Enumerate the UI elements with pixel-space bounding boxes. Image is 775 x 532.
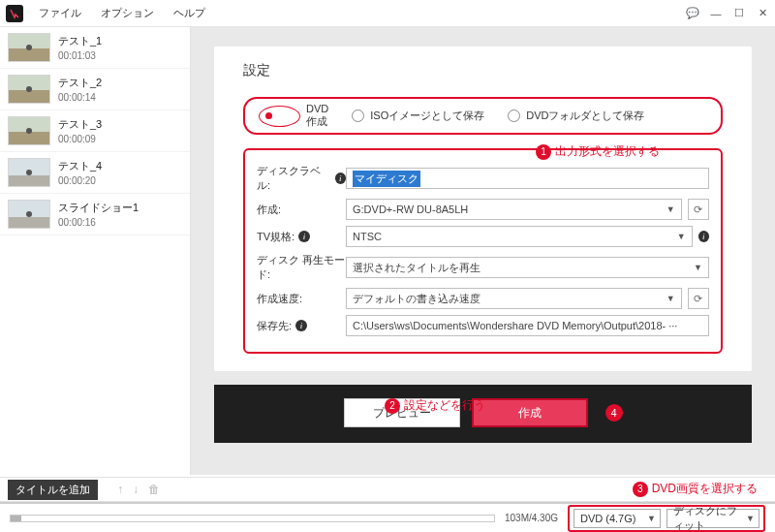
title-tools: ↑ ↓ 🗑 bbox=[117, 483, 160, 496]
menu-bar: ファイル オプション ヘルプ bbox=[31, 3, 213, 23]
item-duration: 00:00:16 bbox=[58, 217, 139, 228]
list-item[interactable]: スライドショー100:00:16 bbox=[0, 194, 190, 235]
callout-4-badge: 4 bbox=[605, 404, 623, 422]
title-list: テスト_100:01:03 テスト_200:00:14 テスト_300:00:0… bbox=[0, 27, 191, 475]
radio-iso[interactable]: ISOイメージとして保存 bbox=[352, 109, 484, 123]
label-create: 作成: bbox=[257, 203, 281, 217]
label-tv: TV規格: bbox=[257, 230, 294, 244]
item-name: テスト_1 bbox=[58, 34, 102, 48]
settings-title: 設定 bbox=[243, 62, 723, 79]
settings-form: ディスクラベル:iマイディスク 作成:G:DVD+-RW DU-8A5LH▼⟳ … bbox=[243, 148, 723, 354]
menu-option[interactable]: オプション bbox=[93, 3, 162, 23]
capacity-text: 103M/4.30G bbox=[505, 513, 558, 523]
item-duration: 00:01:03 bbox=[58, 50, 102, 61]
radio-icon bbox=[259, 106, 300, 127]
item-duration: 00:00:14 bbox=[58, 92, 102, 103]
item-name: スライドショー1 bbox=[58, 201, 139, 215]
item-name: テスト_2 bbox=[58, 76, 102, 90]
callout-2: 2設定などを行う bbox=[385, 397, 485, 414]
thumbnail bbox=[8, 75, 50, 104]
playmode-select[interactable]: 選択されたタイトルを再生▼ bbox=[346, 257, 709, 278]
list-item[interactable]: テスト_300:00:09 bbox=[0, 110, 190, 152]
fit-select[interactable]: ディスクにフィット▼ bbox=[666, 509, 760, 528]
radio-icon bbox=[352, 110, 364, 122]
dest-input[interactable]: C:\Users\ws\Documents\Wondershare DVD Me… bbox=[346, 315, 709, 336]
callout-3: 3DVD画質を選択する bbox=[633, 481, 758, 497]
main-area: テスト_100:01:03 テスト_200:00:14 テスト_300:00:0… bbox=[0, 27, 775, 475]
move-down-icon[interactable]: ↓ bbox=[133, 483, 139, 496]
info-icon[interactable]: i bbox=[298, 231, 310, 242]
speed-select[interactable]: デフォルトの書き込み速度▼ bbox=[346, 288, 682, 309]
add-title-button[interactable]: タイトルを追加 bbox=[8, 480, 98, 500]
list-item[interactable]: テスト_400:00:20 bbox=[0, 152, 190, 194]
close-button[interactable]: ✕ bbox=[756, 7, 769, 19]
disc-size-select[interactable]: DVD (4.7G)▼ bbox=[574, 509, 661, 528]
item-duration: 00:00:09 bbox=[58, 134, 102, 144]
toolbar-row: タイトルを追加 ↑ ↓ 🗑 3DVD画質を選択する bbox=[0, 477, 775, 502]
list-item[interactable]: テスト_100:01:03 bbox=[0, 27, 190, 69]
info-icon[interactable]: i bbox=[698, 231, 709, 242]
maximize-button[interactable]: ☐ bbox=[732, 7, 746, 19]
refresh-button[interactable]: ⟳ bbox=[688, 199, 709, 220]
item-name: テスト_4 bbox=[58, 159, 102, 173]
thumbnail bbox=[8, 116, 50, 145]
move-up-icon[interactable]: ↑ bbox=[117, 483, 123, 496]
label-disclabel: ディスクラベル: bbox=[257, 164, 331, 193]
disclabel-input[interactable]: マイディスク bbox=[346, 168, 709, 189]
radio-dvd[interactable]: DVD作成 bbox=[259, 103, 328, 129]
capacity-bar bbox=[10, 515, 495, 522]
menu-file[interactable]: ファイル bbox=[31, 3, 89, 23]
radio-folder[interactable]: DVDフォルダとして保存 bbox=[508, 109, 644, 123]
info-icon[interactable]: i bbox=[295, 320, 307, 331]
drive-select[interactable]: G:DVD+-RW DU-8A5LH▼ bbox=[346, 199, 682, 220]
quality-selects: DVD (4.7G)▼ ディスクにフィット▼ bbox=[568, 505, 765, 532]
thumbnail bbox=[8, 33, 50, 62]
item-name: テスト_3 bbox=[58, 117, 102, 132]
label-dest: 保存先: bbox=[257, 319, 292, 333]
window-controls: 💬 ― ☐ ✕ bbox=[686, 7, 769, 19]
output-format-group: DVD作成 ISOイメージとして保存 DVDフォルダとして保存 bbox=[243, 97, 723, 135]
titlebar: ファイル オプション ヘルプ 💬 ― ☐ ✕ bbox=[0, 0, 775, 27]
menu-help[interactable]: ヘルプ bbox=[166, 3, 213, 23]
app-logo bbox=[6, 5, 23, 22]
create-button[interactable]: 作成 bbox=[472, 398, 588, 427]
radio-icon bbox=[508, 110, 520, 122]
content-area: 設定 1出力形式を選択する DVD作成 ISOイメージとして保存 DVDフォルダ… bbox=[191, 27, 775, 475]
tv-select[interactable]: NTSC▼ bbox=[346, 226, 693, 247]
minimize-button[interactable]: ― bbox=[709, 8, 723, 19]
thumbnail bbox=[8, 200, 50, 229]
label-play: ディスク 再生モード: bbox=[257, 253, 346, 282]
action-bar: プレビュー 作成 4 bbox=[214, 385, 752, 443]
refresh-button[interactable]: ⟳ bbox=[688, 288, 709, 309]
status-bar: 103M/4.30G DVD (4.7G)▼ ディスクにフィット▼ bbox=[0, 502, 775, 532]
label-speed: 作成速度: bbox=[257, 292, 302, 306]
thumbnail bbox=[8, 158, 50, 187]
item-duration: 00:00:20 bbox=[58, 175, 102, 186]
feedback-icon[interactable]: 💬 bbox=[686, 7, 699, 19]
delete-icon[interactable]: 🗑 bbox=[148, 483, 160, 496]
list-item[interactable]: テスト_200:00:14 bbox=[0, 69, 190, 110]
callout-1: 1出力形式を選択する bbox=[536, 143, 660, 160]
info-icon[interactable]: i bbox=[335, 172, 346, 184]
settings-panel: 設定 1出力形式を選択する DVD作成 ISOイメージとして保存 DVDフォルダ… bbox=[214, 47, 752, 371]
